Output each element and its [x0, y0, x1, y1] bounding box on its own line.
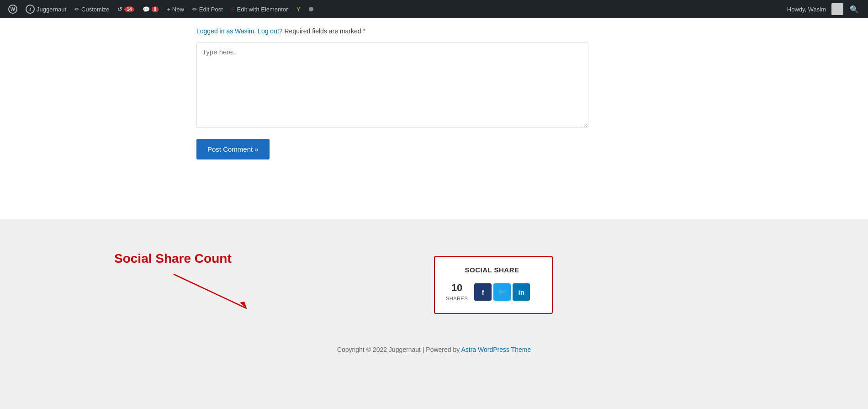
new-label: New: [172, 6, 184, 13]
copyright-bar: Copyright © 2022 Juggernaut | Powered by…: [0, 332, 868, 362]
footer-area: Social Share Count SOCIAL SHARE 10 SHARE…: [0, 219, 868, 379]
howdy-text: Howdy, Wasim: [783, 6, 830, 13]
plus-icon: +: [167, 6, 170, 13]
customize-label: Customize: [81, 6, 109, 13]
logged-in-text: Logged in as Wasim.: [196, 27, 256, 35]
logged-in-link[interactable]: Logged in as Wasim.: [196, 27, 258, 35]
edit-post-button[interactable]: ✏ Edit Post: [189, 0, 227, 18]
theme-link[interactable]: Astra WordPress Theme: [461, 346, 531, 353]
social-share-box: SOCIAL SHARE 10 SHARES f 🐦 in: [434, 256, 553, 314]
comments-badge: 0: [152, 6, 159, 12]
svg-line-0: [174, 274, 247, 308]
search-icon[interactable]: 🔍: [845, 5, 863, 14]
twitter-share-button[interactable]: 🐦: [493, 283, 511, 301]
admin-bar: W J Juggernaut ✏ Customize ↺ 14 💬 0 + Ne…: [0, 0, 868, 18]
new-button[interactable]: + New: [163, 0, 188, 18]
edit-elementor-label: Edit with Elementor: [237, 6, 288, 13]
edit-post-label: Edit Post: [199, 6, 223, 13]
site-name-button[interactable]: J Juggernaut: [22, 0, 70, 18]
wordpress-icon: W: [8, 5, 17, 14]
user-avatar[interactable]: [831, 3, 843, 15]
page-wrapper: Logged in as Wasim. Log out? Required fi…: [0, 18, 868, 219]
logout-link[interactable]: Log out?: [258, 27, 284, 35]
site-logo-icon: J: [26, 5, 35, 14]
share-count-area: 10 SHARES: [446, 282, 468, 302]
linkedin-share-button[interactable]: in: [513, 283, 530, 301]
customize-icon: ✏: [74, 6, 79, 13]
social-share-section: Social Share Count SOCIAL SHARE 10 SHARE…: [0, 238, 868, 332]
content-area: Logged in as Wasim. Log out? Required fi…: [187, 27, 681, 159]
annotation-arrow: [169, 270, 260, 320]
elementor-icon: E: [231, 6, 235, 13]
social-share-content: 10 SHARES f 🐦 in: [446, 282, 538, 302]
share-count-label: SHARES: [446, 296, 468, 301]
edit-elementor-button[interactable]: E Edit with Elementor: [228, 0, 292, 18]
social-share-title: SOCIAL SHARE: [446, 266, 538, 274]
share-count-number: 10: [446, 282, 468, 294]
updates-icon: ↺: [117, 6, 122, 13]
facebook-share-button[interactable]: f: [474, 283, 492, 301]
yoast-button[interactable]: Y: [292, 0, 304, 18]
customize-button[interactable]: ✏ Customize: [71, 0, 113, 18]
social-buttons: f 🐦 in: [474, 283, 530, 301]
annotation-label: Social Share Count: [114, 251, 232, 266]
copyright-text: Copyright © 2022 Juggernaut | Powered by: [337, 346, 460, 353]
twitter-icon: 🐦: [498, 288, 507, 297]
svg-marker-1: [240, 302, 247, 308]
post-comment-button[interactable]: Post Comment »: [196, 139, 270, 159]
logout-text: Log out?: [258, 27, 283, 35]
yoast-icon: Y: [296, 5, 300, 13]
updates-badge: 14: [124, 6, 134, 12]
dot-icon: [309, 7, 313, 11]
comments-icon: 💬: [143, 6, 150, 13]
wp-logo-button[interactable]: W: [5, 0, 21, 18]
comments-button[interactable]: 💬 0: [139, 0, 163, 18]
site-name-label: Juggernaut: [37, 6, 66, 13]
edit-icon: ✏: [192, 6, 197, 13]
status-dot[interactable]: [305, 0, 317, 18]
comment-textarea[interactable]: [196, 42, 588, 128]
logged-in-notice: Logged in as Wasim. Log out? Required fi…: [196, 27, 672, 35]
updates-button[interactable]: ↺ 14: [114, 0, 138, 18]
adminbar-left: W J Juggernaut ✏ Customize ↺ 14 💬 0 + Ne…: [5, 0, 783, 18]
adminbar-right: Howdy, Wasim 🔍: [783, 3, 863, 15]
required-notice: Required fields are marked *: [285, 27, 365, 35]
